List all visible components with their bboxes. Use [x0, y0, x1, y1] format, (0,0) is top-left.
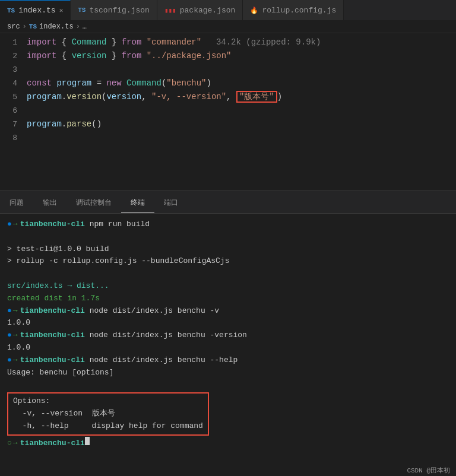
term-bullet-3: ●	[7, 329, 12, 342]
term-prompt-4: tianbenchu-cli	[20, 354, 85, 367]
term-arrow-1: →	[13, 218, 18, 231]
editor-content: 1 import { Command } from "commander" 34…	[0, 33, 456, 147]
terminal[interactable]: ● → tianbenchu-cli npm run build > test-…	[0, 214, 456, 472]
terminal-blank-3	[7, 379, 449, 391]
tab-index-ts[interactable]: TS index.ts ✕	[0, 0, 71, 20]
tab-tsconfig-label: tsconfig.json	[89, 6, 149, 15]
term-cmd-2: node dist/index.js benchu -v	[85, 305, 219, 318]
watermark-text: CSDN @田本初	[407, 467, 450, 474]
term-bullet-5: ○	[7, 437, 12, 450]
breadcrumb-sep-1: ›	[23, 23, 27, 31]
editor-line-2: 2 import { version } from "../package.js…	[0, 49, 456, 63]
term-arrow-3: →	[13, 329, 18, 342]
editor-line-6: 6	[0, 104, 456, 118]
tab-tsconfig[interactable]: TS tsconfig.json	[71, 0, 157, 20]
tab-package[interactable]: ▮▮▮ package.json	[157, 0, 243, 20]
term-arrow-5: →	[13, 437, 18, 450]
terminal-line-4: > rollup -c rollup.config.js --bundleCon…	[7, 255, 449, 268]
term-cmd-3: node dist/index.js benchu -version	[85, 329, 247, 342]
term-prompt-2: tianbenchu-cli	[20, 305, 85, 318]
close-tab-index-ts[interactable]: ✕	[59, 7, 64, 14]
terminal-line-12: ● → tianbenchu-cli node dist/index.js be…	[7, 354, 449, 367]
options-line-3: -h, --help display help for command	[13, 420, 203, 433]
line-num-7: 7	[0, 118, 27, 131]
options-title: Options:	[13, 395, 50, 408]
line-num-1: 1	[0, 36, 27, 49]
term-arrow-2: →	[13, 305, 18, 318]
terminal-line-6: src/index.ts → dist...	[7, 280, 449, 293]
tab-bar: TS index.ts ✕ TS tsconfig.json ▮▮▮ packa…	[0, 0, 456, 21]
editor-line-3: 3	[0, 63, 456, 77]
rollup-icon: 🔥	[250, 7, 258, 14]
tab-rollup[interactable]: 🔥 rollup.config.js	[243, 0, 344, 20]
terminal-line-9: 1.0.0	[7, 317, 449, 329]
panel-tab-problems-label: 问题	[10, 198, 24, 208]
editor-line-4: 4 const program = new Command("benchu")	[0, 77, 456, 90]
terminal-line-11: 1.0.0	[7, 342, 449, 354]
term-text-7: created dist in 1.7s	[7, 293, 100, 305]
line-num-6: 6	[0, 104, 27, 118]
term-arrow-4: →	[13, 354, 18, 367]
ts-icon: TS	[7, 7, 15, 14]
breadcrumb: src › TS index.ts › …	[0, 21, 456, 33]
term-text-3: > test-cli@1.0.0 build	[7, 243, 109, 256]
ts-icon-2: TS	[78, 7, 86, 14]
line-code-8	[27, 131, 456, 144]
panel-tab-problems[interactable]: 问题	[0, 193, 33, 213]
pkg-icon: ▮▮▮	[164, 7, 176, 14]
tab-package-label: package.json	[180, 6, 236, 15]
breadcrumb-ellipsis: …	[83, 23, 87, 31]
term-bullet-4: ●	[7, 354, 12, 367]
term-text-9: 1.0.0	[7, 317, 30, 329]
term-text-6: src/index.ts → dist...	[7, 280, 109, 293]
options-version-flag: -v, --version 版本号	[13, 408, 115, 420]
panel-tab-ports-label: 端口	[164, 198, 178, 208]
breadcrumb-file: index.ts	[39, 23, 74, 31]
line-code-1: import { Command } from "commander" 34.2…	[27, 36, 456, 49]
line-num-2: 2	[0, 50, 27, 63]
term-bullet-2: ●	[7, 305, 12, 318]
panel-tab-terminal-label: 终端	[131, 198, 145, 208]
line-code-7: program.parse()	[27, 118, 456, 131]
panel-tab-ports[interactable]: 端口	[154, 193, 188, 213]
editor-line-7: 7 program.parse()	[0, 118, 456, 131]
panel-tab-terminal[interactable]: 终端	[121, 193, 154, 213]
line-code-4: const program = new Command("benchu")	[27, 77, 456, 90]
breadcrumb-sep-2: ›	[76, 23, 80, 31]
breadcrumb-src: src	[7, 23, 20, 31]
tab-index-ts-label: index.ts	[18, 6, 55, 15]
panel-tab-debug[interactable]: 调试控制台	[66, 193, 121, 213]
line-num-3: 3	[0, 64, 27, 77]
panel-tab-output[interactable]: 输出	[33, 193, 66, 213]
terminal-final-prompt: ○ → tianbenchu-cli	[7, 437, 449, 450]
terminal-line-10: ● → tianbenchu-cli node dist/index.js be…	[7, 329, 449, 342]
term-prompt-3: tianbenchu-cli	[20, 329, 85, 342]
breadcrumb-ts-icon: TS	[29, 23, 37, 30]
line-code-5: program.version(version, "-v, --version"…	[27, 90, 456, 103]
term-text-11: 1.0.0	[7, 342, 30, 354]
terminal-line-7: created dist in 1.7s	[7, 293, 449, 305]
term-prompt-5: tianbenchu-cli	[20, 437, 85, 450]
editor-line-8: 8	[0, 131, 456, 145]
term-prompt-1: tianbenchu-cli	[20, 218, 85, 231]
line-code-2: import { version } from "../package.json…	[27, 49, 456, 62]
line-code-3	[27, 63, 456, 76]
line-code-6	[27, 104, 456, 117]
line-num-5: 5	[0, 91, 27, 104]
term-cmd-1: npm run build	[85, 218, 150, 231]
options-line-2: -v, --version 版本号	[13, 408, 203, 420]
terminal-blank-1	[7, 231, 449, 243]
tab-rollup-label: rollup.config.js	[262, 6, 336, 15]
line-num-8: 8	[0, 132, 27, 145]
editor-line-1: 1 import { Command } from "commander" 34…	[0, 36, 456, 49]
terminal-line-8: ● → tianbenchu-cli node dist/index.js be…	[7, 305, 449, 318]
terminal-line-3: > test-cli@1.0.0 build	[7, 243, 449, 256]
term-cmd-4: node dist/index.js benchu --help	[85, 354, 238, 367]
editor: 1 import { Command } from "commander" 34…	[0, 33, 456, 191]
terminal-line-13: Usage: benchu [options]	[7, 367, 449, 379]
watermark: CSDN @田本初	[401, 465, 456, 476]
options-line-1: Options:	[13, 395, 203, 408]
options-box: Options: -v, --version 版本号 -h, --help di…	[7, 392, 209, 435]
terminal-blank-2	[7, 268, 449, 280]
term-bullet-1: ●	[7, 218, 12, 231]
